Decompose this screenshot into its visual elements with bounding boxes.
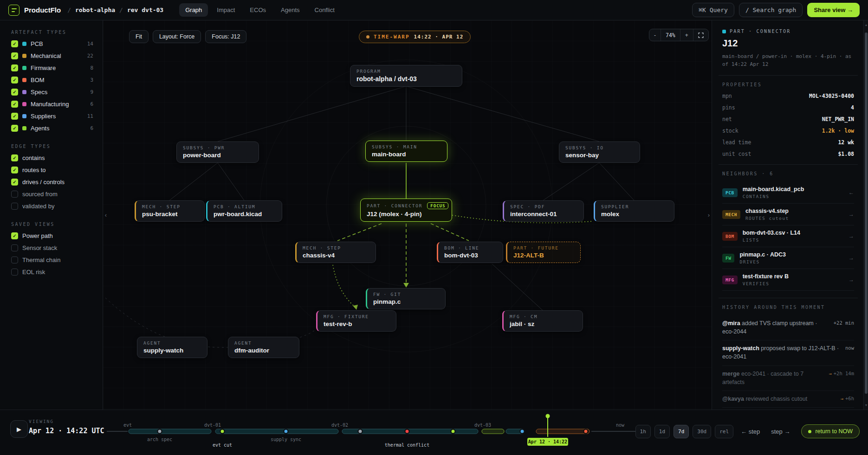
history-item-future[interactable]: merge eco-2041 · cascade to 7 artefacts … [722,366,854,391]
range-1h-button[interactable]: 1h [635,425,651,438]
checkbox-unchecked-icon[interactable]: ✓ [11,269,18,276]
step-back-button[interactable]: ← step [741,428,760,435]
scroll-down-icon[interactable]: ▼ [864,404,868,407]
node-dfm-auditor[interactable]: AGENT dfm-auditor [228,337,299,358]
checkbox-unchecked-icon[interactable]: ✓ [11,191,18,198]
checkbox-checked-icon[interactable]: ✓ [11,52,18,59]
scroll-up-icon[interactable]: ▲ [864,23,868,26]
edge-drives-controls[interactable]: ✓ drives / controls [11,179,93,186]
history-item[interactable]: @mira added TVS clamp upstream · eco-204… [722,315,854,340]
checkbox-unchecked-icon[interactable]: ✓ [11,256,18,263]
tab-conflict[interactable]: Conflict [309,3,341,17]
range-7d-button[interactable]: 7d [674,425,689,438]
node-j12-focus[interactable]: PART · CONNECTOR FOCUS J12 (molex · 4-pi… [360,199,452,222]
checkbox-checked-icon[interactable]: ✓ [11,101,18,108]
node-pwr-board-kicad[interactable]: PCB · ALTIUM pwr-board.kicad [206,200,282,222]
filter-bom[interactable]: ✓ BOM 3 [11,77,93,83]
edge-contains[interactable]: ✓ contains [11,154,93,161]
zoom-out-button[interactable]: - [649,29,661,41]
tab-ecos[interactable]: ECOs [244,3,272,17]
node-molex[interactable]: SUPPLIER molex [594,200,674,222]
node-psu-bracket[interactable]: MECH · STEP psu-bracket [135,200,205,222]
collapse-left-panel-icon[interactable]: ‹ [103,207,109,223]
timeline-scrubber[interactable]: evt dvt-01 dvt-02 dvt-03 now arc [106,410,644,455]
checkbox-unchecked-icon[interactable]: ✓ [11,244,18,251]
node-test-rev-b[interactable]: MFG · FIXTURE test-rev-b [316,310,396,332]
timeline-segment-active[interactable] [482,429,504,434]
return-to-now-button[interactable]: return to NOW [801,424,860,438]
view-power-path[interactable]: ✓ Power path [11,232,93,239]
event-dot-arch-spec[interactable] [158,429,162,434]
node-pinmap-c[interactable]: FW · GIT pinmap.c [366,288,446,309]
node-jabil-sz[interactable]: MFG · CM jabil · sz [502,310,583,332]
query-button[interactable]: ⌘K Query [692,3,734,17]
tab-graph[interactable]: Graph [179,3,208,17]
filter-manufacturing[interactable]: ✓ Manufacturing 6 [11,101,93,108]
event-dot[interactable] [520,429,525,434]
checkbox-checked-icon[interactable]: ✓ [11,64,18,71]
checkbox-checked-icon[interactable]: ✓ [11,89,18,96]
view-eol-risk[interactable]: ✓ EOL risk [11,269,93,276]
event-dot[interactable] [358,429,363,434]
event-dot-supply-sync[interactable] [284,429,288,434]
edge-routes-to[interactable]: ✓ routes to [11,167,93,173]
neighbor-bom[interactable]: BOM bom-dvt-03.csv · L14 LISTS → [722,225,854,247]
node-main-board[interactable]: SUBSYS · MAIN main-board [365,141,447,162]
node-program[interactable]: PROGRAM robot-alpha / dvt-03 [350,65,462,87]
layout-force-button[interactable]: Layout: Force [153,30,201,43]
breadcrumb-revision[interactable]: rev dvt-03 [127,6,163,13]
filter-specs[interactable]: ✓ Specs 9 [11,89,93,96]
node-sensor-bay[interactable]: SUBSYS · IO sensor-bay [559,141,640,163]
filter-firmware[interactable]: ✓ Firmware 8 [11,64,93,71]
checkbox-checked-icon[interactable]: ✓ [11,113,18,120]
checkbox-checked-icon[interactable]: ✓ [11,125,18,132]
time-warp-badge[interactable]: TIME-WARP 14:22 · APR 12 [359,31,471,43]
breadcrumb-program[interactable]: robot-alpha [75,6,115,13]
node-interconnect-01[interactable]: SPEC · PDF interconnect-01 [503,200,584,222]
step-forward-button[interactable]: step → [771,428,790,435]
range-rel-button[interactable]: rel [715,425,733,438]
checkbox-checked-icon[interactable]: ✓ [11,232,18,239]
view-sensor-stack[interactable]: ✓ Sensor stack [11,244,93,251]
checkbox-unchecked-icon[interactable]: ✓ [11,203,18,210]
panel-scrollbar[interactable]: ▲ ▼ [863,20,868,410]
history-item-future[interactable]: @kavya reviewed chassis cutout →+6h [722,391,854,408]
focus-j12-button[interactable]: Focus: J12 [205,30,246,43]
node-power-board[interactable]: SUBSYS · PWR power-board [176,141,259,163]
timeline-segment[interactable] [129,429,211,434]
fit-button[interactable]: Fit [129,30,149,43]
neighbor-chassis[interactable]: MECH chassis-v4.step ROUTES cutout → [722,204,854,225]
filter-mechanical[interactable]: ✓ Mechanical 22 [11,52,93,59]
edge-sourced-from[interactable]: ✓ sourced from [11,191,93,198]
node-bom-dvt-03[interactable]: BOM · LINE bom-dvt-03 [437,242,503,263]
range-1d-button[interactable]: 1d [654,425,670,438]
scrollbar-thumb[interactable] [865,32,868,394]
play-button[interactable]: ▶ [10,420,28,438]
timeline-segment[interactable] [215,429,338,434]
checkbox-checked-icon[interactable]: ✓ [11,77,18,83]
search-graph-button[interactable]: / Search graph [739,3,803,17]
zoom-in-button[interactable]: + [680,29,693,41]
node-chassis-v4[interactable]: MECH · STEP chassis-v4 [295,242,376,263]
event-dot[interactable] [584,429,588,434]
event-dot-thermal-conflict[interactable] [405,429,409,434]
checkbox-checked-icon[interactable]: ✓ [11,167,18,173]
share-view-button[interactable]: Share view → [807,3,860,17]
filter-pcb[interactable]: ✓ PCB 14 [11,40,93,47]
playhead-dot[interactable] [546,414,550,418]
timeline-segment-conflict[interactable] [536,429,589,434]
neighbor-test-fixture[interactable]: MFG test-fixture rev B VERIFIES → [722,269,854,291]
node-supply-watch[interactable]: AGENT supply-watch [137,337,207,358]
view-thermal-chain[interactable]: ✓ Thermal chain [11,256,93,263]
tab-agents[interactable]: Agents [275,3,305,17]
filter-agents[interactable]: ✓ Agents 6 [11,125,93,132]
collapse-right-panel-icon[interactable]: › [706,207,712,223]
fullscreen-icon[interactable] [693,29,708,41]
tab-impact[interactable]: Impact [211,3,241,17]
history-item[interactable]: supply-watch proposed swap to J12-ALT-B … [722,340,854,365]
node-j12-alt-b[interactable]: PART · FUTURE J12-ALT-B [506,242,581,263]
neighbor-pinmap[interactable]: FW pinmap.c · ADC3 DRIVES → [722,247,854,269]
graph-canvas[interactable]: Fit Layout: Force Focus: J12 TIME-WARP 1… [103,20,712,410]
event-dot[interactable] [451,429,455,434]
filter-suppliers[interactable]: ✓ Suppliers 11 [11,113,93,120]
